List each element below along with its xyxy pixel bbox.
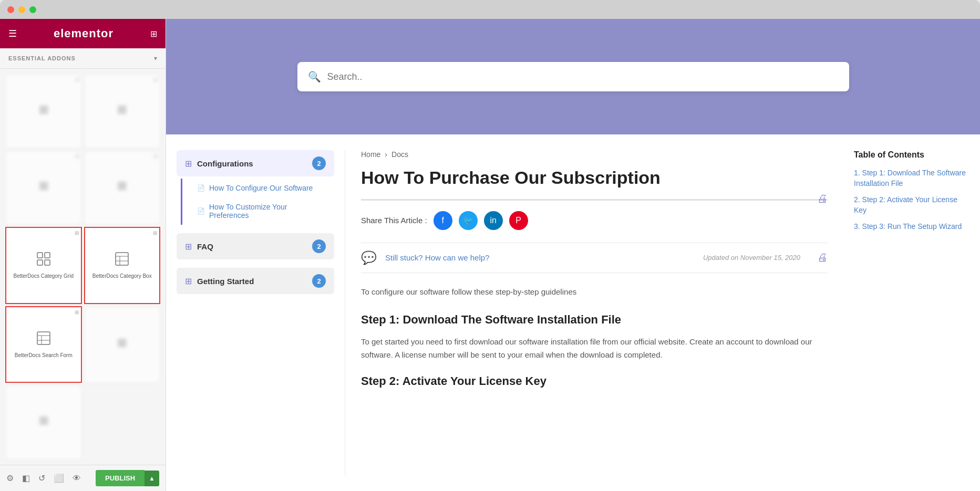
help-row: 💬 Still stuck? How can we help? Updated … [361,243,828,273]
nav-category-header-getting-started[interactable]: ⊞ Getting Started 2 [177,268,334,294]
widget-icon: ⊞ [117,103,127,117]
configurations-icon: ⊞ [185,159,192,169]
widget-icon: ⊞ [39,179,48,193]
breadcrumb-home[interactable]: Home [361,150,380,159]
nav-sub-item-label: How To Configure Our Software [209,184,313,192]
maximize-button[interactable] [29,6,36,13]
widget-icon: ⊞ [117,336,127,350]
toc-item-1[interactable]: 1. Step 1: Download The Software Install… [854,168,969,189]
faq-icon: ⊞ [185,242,192,252]
facebook-share-button[interactable]: f [434,211,452,230]
toc-item-3[interactable]: 3. Step 3: Run The Setup Wizard [854,222,969,232]
widget-item: ⊞ [5,385,82,459]
close-button[interactable] [7,6,14,13]
widget-item: ⊞ ⊞ [84,74,161,149]
widget-icon: ⊞ [117,179,127,193]
toolbar-icons: ⚙ ◧ ↺ ⬜ 👁 [6,473,81,483]
article-divider: 🖨 [361,199,828,201]
linkedin-share-button[interactable]: in [484,211,503,230]
configurations-sub-items: 📄 How To Configure Our Software 📄 How To… [181,179,334,225]
search-icon: 🔍 [308,70,321,83]
widget-item: ⊞ ⊞ [5,74,82,149]
elementor-logo: elementor [54,27,114,40]
print-icon-area: 🖨 [817,193,828,205]
toc-title: Table of Contents [854,150,969,160]
betterdocs-search-form-widget[interactable]: ⊞ BetterDocs Search Form [5,306,82,383]
nav-sub-item-configure[interactable]: 📄 How To Configure Our Software [191,179,334,197]
svg-rect-5 [45,253,50,258]
hamburger-icon[interactable]: ☰ [8,28,17,39]
svg-rect-6 [37,260,43,265]
svg-rect-7 [45,260,50,265]
nav-cat-label: Getting Started [197,277,254,286]
search-container: 🔍 [297,62,849,91]
minimize-button[interactable] [18,6,25,13]
content-layout: ⊞ Configurations 2 📄 How To Configure Ou… [166,134,980,491]
print-button-2[interactable]: 🖨 [817,252,828,264]
history-icon[interactable]: ↺ [38,473,45,483]
svg-rect-4 [37,253,43,258]
main-content: 🔍 ⊞ Configurations 2 [166,19,980,491]
configurations-badge: 2 [312,156,326,170]
betterdocs-category-grid-widget[interactable]: ⊞ BetterDocs Category Grid [5,227,82,304]
chevron-down-icon[interactable]: ▾ [154,55,157,62]
nav-category-configurations: ⊞ Configurations 2 📄 How To Configure Ou… [177,150,334,225]
article-title: How To Purchase Our Subscription [361,167,828,189]
elementor-sidebar: ☰ elementor ⊞ ESSENTIAL ADDONS ▾ ⊞ ⊞ ⊞ ⊞… [0,19,166,491]
share-label: Share This Article : [361,216,427,225]
nav-cat-left: ⊞ Getting Started [185,276,254,286]
sidebar-section-header: ESSENTIAL ADDONS ▾ [0,48,166,69]
betterdocs-category-box-widget[interactable]: ⊞ BetterDocs Category Box [84,227,161,304]
grid-icon[interactable]: ⊞ [150,29,157,39]
help-text[interactable]: Still stuck? How can we help? [385,253,489,262]
nav-category-getting-started: ⊞ Getting Started 2 [177,268,334,294]
publish-btn-group: PUBLISH ▲ [96,470,159,486]
widget-corner-icon: ⊞ [75,77,79,82]
svg-rect-0 [116,253,128,265]
svg-rect-8 [37,332,50,344]
settings-icon[interactable]: ⚙ [6,473,14,483]
app-container: ☰ elementor ⊞ ESSENTIAL ADDONS ▾ ⊞ ⊞ ⊞ ⊞… [0,19,980,491]
widget-icon [36,252,51,269]
breadcrumb-separator: › [385,150,387,159]
responsive-icon[interactable]: ⬜ [54,473,64,483]
pinterest-share-button[interactable]: P [509,211,528,230]
toc-sidebar: Table of Contents 1. Step 1: Download Th… [843,150,980,475]
widget-corner-icon: ⊞ [75,309,79,315]
faq-badge: 2 [312,239,326,253]
nav-sub-item-customize[interactable]: 📄 How To Customize Your Preferences [191,197,334,225]
nav-cat-left: ⊞ FAQ [185,242,213,252]
step1-title: Step 1: Download The Software Installati… [361,313,828,327]
hero-banner: 🔍 [166,19,980,134]
elementor-toolbar: ⚙ ◧ ↺ ⬜ 👁 PUBLISH ▲ [0,465,166,491]
docs-nav: ⊞ Configurations 2 📄 How To Configure Ou… [166,150,345,475]
doc-icon: 📄 [197,207,205,215]
article-intro: To configure our software follow these s… [361,286,828,298]
publish-button[interactable]: PUBLISH [96,470,145,486]
search-input[interactable] [327,71,839,82]
updated-text: Updated on November 15, 2020 [703,254,800,262]
widget-label: BetterDocs Category Box [92,273,152,279]
toc-item-2[interactable]: 2. Step 2: Activate Your License Key [854,195,969,215]
publish-dropdown-button[interactable]: ▲ [145,471,159,486]
widget-corner-icon: ⊞ [153,77,158,82]
step2-title: Step 2: Activate Your License Key [361,374,828,388]
breadcrumb-docs[interactable]: Docs [391,150,408,159]
nav-category-header-configurations[interactable]: ⊞ Configurations 2 [177,150,334,176]
twitter-share-button[interactable]: 🐦 [459,211,478,230]
nav-cat-left: ⊞ Configurations [185,159,253,169]
widget-icon: ⊞ [39,103,48,117]
widget-icon [36,331,51,349]
elementor-header: ☰ elementor ⊞ [0,19,166,48]
widget-grid: ⊞ ⊞ ⊞ ⊞ ⊞ ⊞ ⊞ ⊞ ⊞ [0,69,166,465]
widget-corner-icon: ⊞ [153,230,157,236]
layers-icon[interactable]: ◧ [22,473,30,483]
widget-corner-icon: ⊞ [75,153,79,159]
window-chrome [0,0,980,19]
widget-icon [115,252,129,269]
preview-icon[interactable]: 👁 [73,474,81,483]
print-button[interactable]: 🖨 [817,193,828,205]
nav-category-header-faq[interactable]: ⊞ FAQ 2 [177,233,334,259]
step1-text: To get started you need to first downloa… [361,335,828,362]
nav-category-faq: ⊞ FAQ 2 [177,233,334,259]
